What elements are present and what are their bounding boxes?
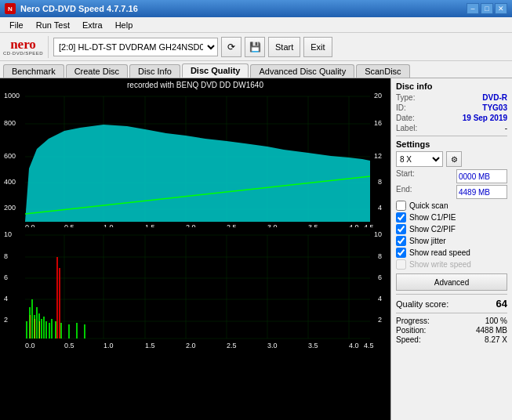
progress-section: Progress: 100 % Position: 4488 MB Speed:… — [396, 317, 507, 344]
svg-text:0.5: 0.5 — [64, 223, 74, 227]
svg-text:2.5: 2.5 — [227, 342, 237, 349]
show-c2-checkbox[interactable] — [396, 224, 406, 234]
right-panel: Disc info Type: DVD-R ID: TYG03 Date: 19… — [390, 78, 512, 420]
tab-disc-info[interactable]: Disc Info — [129, 64, 180, 78]
show-write-label: Show write speed — [409, 260, 471, 269]
svg-rect-73 — [55, 321, 56, 339]
disc-date-label: Date: — [396, 114, 415, 122]
progress-progress-row: Progress: 100 % — [396, 317, 507, 325]
svg-text:12: 12 — [374, 152, 382, 160]
start-mb-label: Start: — [396, 169, 415, 183]
svg-rect-81 — [34, 319, 35, 339]
start-mb-row: Start: — [396, 169, 507, 183]
menu-file[interactable]: File — [3, 19, 30, 31]
svg-text:2.5: 2.5 — [227, 223, 237, 227]
maximize-button[interactable]: □ — [481, 3, 493, 14]
start-button[interactable]: Start — [268, 37, 300, 57]
menu-help[interactable]: Help — [109, 19, 140, 31]
show-read-checkbox[interactable] — [396, 248, 406, 258]
disc-date-value: 19 Sep 2019 — [463, 114, 507, 122]
start-mb-input[interactable] — [456, 169, 507, 183]
tab-disc-quality[interactable]: Disc Quality — [182, 63, 249, 78]
svg-text:3.5: 3.5 — [308, 342, 318, 349]
disc-id-row: ID: TYG03 — [396, 103, 507, 112]
svg-text:0.0: 0.0 — [25, 342, 35, 349]
svg-text:2: 2 — [378, 316, 382, 324]
disc-id-value: TYG03 — [482, 103, 507, 112]
svg-rect-72 — [51, 319, 53, 339]
pi-failures-chart: 10 8 6 4 2 10 8 6 4 2 — [2, 229, 386, 358]
settings-icon-button[interactable]: ⚙ — [446, 151, 462, 167]
quick-scan-checkbox[interactable] — [396, 201, 406, 211]
svg-text:6: 6 — [378, 273, 382, 281]
svg-rect-77 — [84, 324, 85, 339]
show-jitter-row: Show jitter — [396, 236, 507, 246]
chart-area: recorded with BENQ DVD DD DW1640 20 16 1… — [0, 78, 390, 420]
close-button[interactable]: ✕ — [495, 3, 507, 14]
end-mb-input[interactable] — [456, 185, 507, 199]
svg-text:8: 8 — [4, 252, 8, 260]
svg-text:2.0: 2.0 — [186, 342, 196, 349]
svg-rect-71 — [49, 323, 50, 339]
svg-text:10: 10 — [4, 230, 12, 238]
show-c1-label: Show C1/PIE — [409, 213, 456, 222]
svg-text:1.0: 1.0 — [103, 342, 114, 349]
quality-value: 64 — [496, 298, 507, 310]
disc-date-row: Date: 19 Sep 2019 — [396, 114, 507, 122]
progress-position-row: Position: 4488 MB — [396, 326, 507, 335]
disc-label-row: Label: - — [396, 124, 507, 132]
svg-text:4: 4 — [378, 295, 382, 302]
position-value: 4488 MB — [476, 326, 507, 335]
save-icon-button[interactable]: 💾 — [245, 37, 265, 57]
svg-text:16: 16 — [374, 119, 382, 127]
menu-run-test[interactable]: Run Test — [30, 19, 76, 31]
tab-scan-disc[interactable]: ScanDisc — [356, 64, 409, 78]
svg-text:200: 200 — [4, 204, 16, 212]
show-jitter-checkbox[interactable] — [396, 236, 406, 246]
svg-rect-82 — [39, 321, 40, 339]
disc-label-value: - — [505, 124, 507, 132]
svg-rect-80 — [30, 315, 31, 339]
pi-errors-chart: 20 16 12 8 4 1000 800 600 400 200 — [2, 90, 386, 227]
title-bar-buttons: – □ ✕ — [467, 3, 507, 14]
disc-info-title: Disc info — [396, 81, 507, 91]
progress-label: Progress: — [396, 317, 430, 325]
show-write-checkbox[interactable] — [396, 259, 406, 270]
show-c2-label: Show C2/PIF — [409, 225, 456, 234]
speed-row: 8 X ⚙ — [396, 151, 507, 167]
refresh-icon-button[interactable]: ⟳ — [221, 37, 241, 57]
svg-rect-69 — [43, 317, 45, 339]
drive-select[interactable]: [2:0] HL-DT-ST DVDRAM GH24NSD0 LH00 — [53, 38, 218, 56]
svg-text:4.5: 4.5 — [364, 223, 374, 227]
advanced-button[interactable]: Advanced — [396, 273, 507, 291]
progress-value: 100 % — [485, 317, 507, 325]
tab-create-disc[interactable]: Create Disc — [66, 64, 128, 78]
app-icon: N — [5, 3, 16, 14]
menu-extra[interactable]: Extra — [76, 19, 109, 31]
quality-label: Quality score: — [396, 299, 448, 309]
nero-logo: nero CD·DVD/SPEED — [3, 38, 43, 56]
toolbar: nero CD·DVD/SPEED [2:0] HL-DT-ST DVDRAM … — [0, 33, 512, 61]
show-c2-row: Show C2/PIF — [396, 224, 507, 234]
svg-text:400: 400 — [4, 178, 16, 186]
window-title: Nero CD-DVD Speed 4.7.7.16 — [20, 4, 138, 13]
speed-select[interactable]: 8 X — [396, 151, 443, 167]
divider-3 — [396, 313, 507, 313]
svg-text:8: 8 — [378, 178, 382, 186]
tab-advanced-disc-quality[interactable]: Advanced Disc Quality — [250, 64, 354, 78]
svg-text:0.5: 0.5 — [64, 342, 74, 349]
tab-benchmark[interactable]: Benchmark — [3, 64, 64, 78]
chart-title: recorded with BENQ DVD DD DW1640 — [2, 80, 389, 90]
svg-text:800: 800 — [4, 119, 16, 127]
minimize-button[interactable]: – — [467, 3, 479, 14]
svg-text:1.5: 1.5 — [145, 223, 155, 227]
show-read-label: Show read speed — [409, 248, 470, 257]
end-mb-label: End: — [396, 185, 412, 199]
disc-label-label: Label: — [396, 124, 417, 132]
svg-rect-76 — [76, 323, 78, 339]
svg-rect-66 — [36, 307, 38, 339]
exit-button[interactable]: Exit — [303, 37, 332, 57]
svg-rect-74 — [60, 323, 62, 339]
quick-scan-label: Quick scan — [409, 201, 448, 210]
show-c1-checkbox[interactable] — [396, 212, 406, 223]
